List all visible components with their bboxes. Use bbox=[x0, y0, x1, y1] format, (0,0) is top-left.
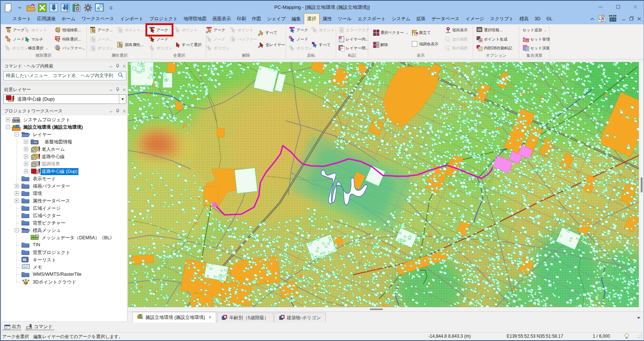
window-minimize-button[interactable] bbox=[592, 1, 609, 13]
menu-tab-8[interactable]: 画面表示 bbox=[210, 13, 234, 24]
doc-close-icon[interactable] bbox=[637, 15, 641, 22]
ribbon-button-全レイヤー[interactable]: 全レイヤー bbox=[258, 41, 285, 49]
status-scale: 1 / 6,000 bbox=[593, 334, 610, 339]
map-hscrollbar-thumb[interactable] bbox=[370, 309, 383, 310]
map-vscrollbar-thumb[interactable] bbox=[641, 177, 643, 192]
print-preview-icon[interactable] bbox=[598, 15, 605, 23]
ribbon-button-セット管理[interactable]: セット管理 bbox=[522, 35, 550, 44]
search-input[interactable]: 検索したいメニュー、コマンド名、ヘルプ内文字列 bbox=[3, 71, 126, 80]
menu-tab-15[interactable]: ツール bbox=[335, 13, 355, 24]
menu-tab-4[interactable]: ワークスペース bbox=[78, 13, 117, 24]
menu-tab-1[interactable]: スタート bbox=[10, 13, 34, 24]
menu-tab-17[interactable]: システム bbox=[389, 13, 414, 24]
ribbon-button-固有属性[interactable]: 固有属性... bbox=[117, 41, 144, 49]
window-maximize-button[interactable] bbox=[610, 1, 627, 13]
panel-close-icon[interactable] bbox=[123, 64, 126, 69]
map-canvas[interactable] bbox=[128, 62, 639, 307]
window-close-button[interactable] bbox=[627, 1, 644, 13]
foreground-layer-combobox[interactable]: 道路中心線 (Dup) ▼ bbox=[3, 94, 126, 104]
tree-expander-plus[interactable]: + bbox=[15, 184, 19, 188]
ribbon-button-レイヤー内[interactable]: レイヤー内... bbox=[338, 35, 369, 44]
map-hscrollbar[interactable] bbox=[128, 307, 639, 312]
lightbulb-icon[interactable] bbox=[624, 333, 629, 341]
menu-tab-21[interactable]: スクリプト bbox=[487, 13, 517, 24]
tree-expander-plus[interactable]: + bbox=[24, 154, 28, 159]
ribbon-button-構造選択[interactable]: 構造選択⌄ bbox=[28, 44, 48, 53]
ribbon-button-レイヤー間[interactable]: レイヤー間... bbox=[338, 44, 369, 53]
panel-close-icon[interactable] bbox=[123, 88, 126, 92]
menu-tab-11[interactable]: シェイプ bbox=[264, 13, 289, 24]
ribbon-button-すべて[interactable]: すべて bbox=[311, 41, 331, 49]
ribbon-button-ノード[interactable]: ノード bbox=[289, 35, 308, 44]
window-left-border bbox=[0, 0, 1, 341]
tree-expander-plus[interactable]: + bbox=[24, 147, 28, 151]
menu-tab-9[interactable]: 印刷 bbox=[234, 13, 249, 24]
ribbon-button-内部DB自動転記[interactable]: 内部DB自動転記 bbox=[476, 44, 513, 53]
ribbon-button-セット追加[interactable]: セット追加⌄ bbox=[522, 26, 547, 35]
doc-minimize-icon[interactable] bbox=[622, 15, 626, 22]
menu-tab-2[interactable]: 応用講座 bbox=[34, 13, 59, 24]
menu-tab-18[interactable]: 拡張 bbox=[414, 13, 429, 24]
menu-tab-23[interactable]: 3D bbox=[532, 13, 543, 24]
ribbon-button-アーク[interactable]: アーク bbox=[206, 26, 225, 35]
map-tab-3[interactable]: 建築物-ポリゴン bbox=[274, 313, 326, 323]
ribbon-button-アーク[interactable]: アーク bbox=[289, 26, 308, 35]
doc-restore-icon[interactable] bbox=[629, 15, 634, 22]
ribbon-button-解除[interactable]: 解除 bbox=[373, 41, 388, 49]
menu-tab-22[interactable]: 標高 bbox=[517, 13, 532, 24]
ribbon-button-セット演算[interactable]: セット演算 bbox=[522, 44, 550, 53]
ribbon-button-バッファー[interactable]: バッファー... bbox=[54, 44, 85, 53]
ribbon-button-選択情報[interactable]: 選択情報... bbox=[476, 26, 503, 35]
menu-tab-20[interactable]: イメージ bbox=[462, 13, 487, 24]
map-tabs-dropdown-icon[interactable] bbox=[637, 316, 640, 320]
menu-tab-24[interactable]: GL bbox=[543, 13, 556, 24]
tree-expander-plus[interactable]: + bbox=[15, 199, 19, 203]
panel-collapse-icon[interactable] bbox=[109, 64, 113, 69]
menu-tab-5[interactable]: インポート bbox=[117, 13, 147, 24]
ribbon-button-ポイント生成[interactable]: ポイント生成 bbox=[476, 35, 507, 44]
panel-pin-icon[interactable] bbox=[116, 64, 119, 69]
ribbon-button-すべて[interactable]: すべて bbox=[258, 28, 277, 37]
ribbon-button-特殊選択[interactable]: 特殊選択... bbox=[54, 35, 81, 44]
menu-tab-7[interactable]: 地理院地図 bbox=[180, 13, 210, 24]
menu-tab-3[interactable]: ホーム bbox=[59, 13, 78, 24]
ribbon-button-すべて選択[interactable]: すべて選択 bbox=[174, 41, 201, 49]
ribbon-button-アーク[interactable]: アーク bbox=[5, 26, 25, 35]
ribbon-button-選択ベクター[interactable]: 選択ベクター⌄ bbox=[373, 28, 408, 37]
ribbon-button-旗立て[interactable]: 旗立て bbox=[411, 28, 431, 37]
menu-tab-16[interactable]: エクスポート bbox=[355, 13, 388, 24]
tree-expander-plus[interactable]: + bbox=[6, 118, 10, 122]
collapse-ribbon-icon[interactable] bbox=[590, 15, 594, 22]
tree-expander-plus[interactable]: + bbox=[15, 191, 19, 195]
ribbon-button-強調色表示[interactable]: 強調色表示 bbox=[411, 40, 439, 49]
tree-expander-plus[interactable]: + bbox=[24, 169, 28, 173]
menu-tab-10[interactable]: 作図 bbox=[249, 13, 264, 24]
ribbon-button-領域検索[interactable]: 領域検索... bbox=[54, 26, 81, 35]
map-tab-2[interactable]: 年齢別（5歳階級） bbox=[217, 313, 274, 323]
panel-pin-icon[interactable] bbox=[116, 87, 119, 92]
ribbon-button-アーク[interactable]: アーク... bbox=[90, 26, 113, 35]
combobox-dropdown-button[interactable]: ▼ bbox=[119, 95, 126, 104]
tree-expander-minus[interactable]: − bbox=[6, 125, 10, 129]
ribbon-button-ノード[interactable]: ノード bbox=[5, 35, 25, 44]
panel-collapse-icon[interactable] bbox=[109, 109, 113, 114]
resize-grip[interactable] bbox=[638, 334, 643, 339]
tree-expander-plus[interactable]: + bbox=[24, 140, 28, 144]
menu-tab-13[interactable]: 選択 bbox=[304, 13, 320, 24]
ribbon-button-マルチ[interactable]: マルチ bbox=[24, 35, 43, 44]
menu-tab-19[interactable]: データベース bbox=[429, 13, 462, 24]
menu-tab-14[interactable]: 属性 bbox=[320, 13, 335, 24]
panel-close-icon[interactable] bbox=[123, 109, 126, 114]
ribbon-button-巡回表示[interactable]: 巡回表示 bbox=[444, 26, 468, 35]
tree-expander-minus[interactable]: − bbox=[15, 228, 19, 232]
tree-expander-plus[interactable]: + bbox=[24, 162, 28, 166]
menu-tab-12[interactable]: 編集 bbox=[289, 13, 304, 24]
panel-collapse-icon[interactable] bbox=[109, 88, 113, 92]
tree-expander-minus[interactable]: − bbox=[15, 132, 19, 136]
search-icon[interactable] bbox=[118, 72, 123, 79]
map-tab-1[interactable]: 施設立地環境 (施設立地環境)× bbox=[133, 312, 216, 323]
map-tab-close-icon[interactable]: × bbox=[209, 315, 211, 320]
menu-tab-6[interactable]: プロジェクト bbox=[147, 13, 181, 24]
projector-view-icon[interactable] bbox=[609, 15, 617, 23]
panel-pin-icon[interactable] bbox=[116, 109, 119, 114]
